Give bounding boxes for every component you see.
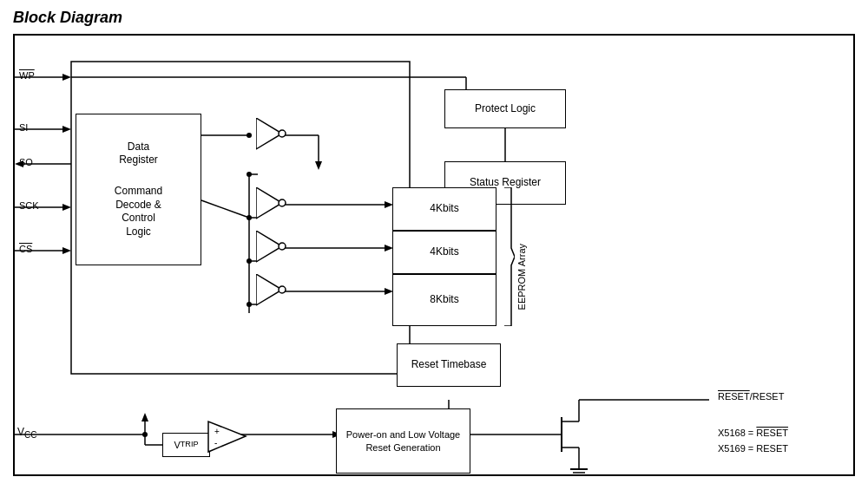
svg-point-68 (279, 199, 286, 206)
x5168-label: X5168 = RESET X5169 = RESET (718, 426, 788, 456)
cs-label: CS (19, 244, 32, 254)
protect-logic-block: Protect Logic (444, 89, 566, 128)
eeprom-brace (501, 187, 515, 326)
svg-point-66 (279, 130, 286, 137)
svg-point-72 (279, 286, 286, 293)
vtrip-block: VTRIP (162, 433, 210, 457)
mux-1-symbol (256, 118, 286, 153)
vcc-label: VCC (17, 426, 36, 440)
svg-text:+: + (214, 427, 220, 436)
eeprom-8k-block: 8Kbits (392, 274, 496, 326)
mux-2-symbol (256, 187, 286, 222)
svg-point-35 (247, 258, 252, 264)
svg-point-34 (247, 172, 252, 177)
svg-text:-: - (214, 438, 217, 448)
svg-marker-1 (62, 74, 71, 81)
svg-marker-3 (62, 126, 71, 133)
si-label: SI (19, 122, 28, 133)
svg-marker-42 (141, 413, 148, 421)
power-on-block: Power-on and Low Voltage Reset Generatio… (336, 408, 470, 474)
comparator-symbol: + - (204, 417, 252, 456)
reset-timebase-block: Reset Timebase (397, 343, 501, 387)
eeprom-array-label: EEPROM Array (516, 244, 527, 310)
svg-line-12 (201, 200, 249, 218)
data-register-block: DataRegister CommandDecode &ControlLogic (76, 114, 201, 265)
svg-marker-9 (62, 247, 71, 254)
eeprom-4k-2-block: 4Kbits (392, 231, 496, 274)
mux-3-symbol (256, 231, 286, 265)
block-diagram: WP SI SO SCK CS DataRegister CommandDeco… (13, 34, 855, 476)
svg-point-50 (142, 432, 148, 437)
sck-label: SCK (19, 200, 39, 211)
svg-point-70 (279, 243, 286, 250)
so-label: SO (19, 157, 33, 167)
eeprom-4k-1-block: 4Kbits (392, 187, 496, 231)
svg-marker-20 (315, 161, 322, 170)
svg-marker-7 (62, 204, 71, 211)
svg-point-14 (247, 215, 252, 220)
reset-reset-label: RESET/RESET (718, 391, 784, 402)
mux-4-symbol (256, 274, 286, 309)
svg-point-13 (247, 133, 252, 138)
page: Block Diagram (0, 0, 868, 490)
page-title: Block Diagram (13, 9, 855, 27)
wp-label: WP (19, 70, 35, 81)
svg-point-36 (247, 302, 252, 307)
